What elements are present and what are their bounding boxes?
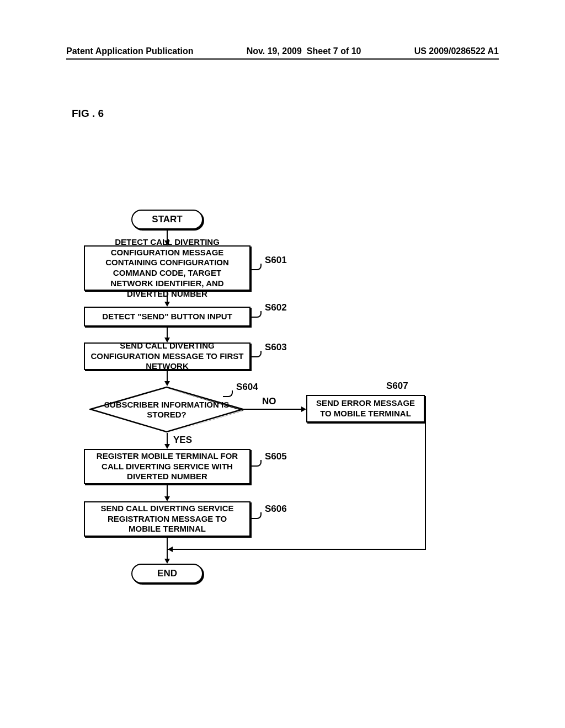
label-s605: S605	[265, 451, 287, 462]
arrow	[425, 424, 426, 549]
arrow-head-icon	[164, 381, 170, 386]
s604-text: SUBSCRIBER INFORMATION IS STORED?	[89, 400, 244, 420]
page-header: Patent Application Publication Nov. 19, …	[66, 46, 499, 60]
connector-tick	[252, 351, 262, 357]
label-s604: S604	[236, 382, 258, 393]
arrow	[167, 292, 168, 303]
start-text: START	[152, 214, 182, 225]
label-s606: S606	[265, 504, 287, 515]
arrow	[167, 549, 426, 550]
connector-tick	[252, 460, 262, 467]
s606-text: SEND CALL DIVERTING SERVICE REGISTRATION…	[90, 504, 244, 534]
label-s603: S603	[265, 342, 287, 353]
start-terminator: START	[131, 210, 203, 229]
arrow-head-icon	[168, 547, 173, 552]
arrow-head-icon	[164, 302, 170, 307]
arrow	[167, 433, 168, 445]
s607-text: SEND ERROR MESSAGE TO MOBILE TERMINAL	[313, 398, 418, 419]
s603-text: SEND CALL DIVERTING CONFIGURATION MESSAG…	[90, 341, 244, 372]
s601-text: DETECT CALL DIVERTING CONFIGURATION MESS…	[90, 237, 244, 299]
decision-s604: SUBSCRIBER INFORMATION IS STORED?	[89, 386, 244, 433]
step-s601: DETECT CALL DIVERTING CONFIGURATION MESS…	[84, 245, 250, 291]
step-s607: SEND ERROR MESSAGE TO MOBILE TERMINAL	[306, 395, 425, 422]
arrow-head-icon	[301, 406, 306, 412]
label-no: NO	[262, 396, 276, 407]
arrow	[167, 371, 168, 382]
s602-text: DETECT "SEND" BUTTON INPUT	[102, 312, 232, 322]
step-s606: SEND CALL DIVERTING SERVICE REGISTRATION…	[84, 501, 250, 537]
arrow	[167, 328, 168, 339]
header-date: Nov. 19, 2009	[247, 46, 302, 56]
label-s601: S601	[265, 255, 287, 266]
arrow-head-icon	[164, 559, 170, 564]
label-s602: S602	[265, 302, 287, 313]
arrow-head-icon	[164, 496, 170, 501]
s605-text: REGISTER MOBILE TERMINAL FOR CALL DIVERT…	[90, 451, 244, 482]
arrow	[167, 538, 168, 560]
connector-tick	[252, 512, 262, 519]
connector-tick	[252, 311, 262, 318]
step-s603: SEND CALL DIVERTING CONFIGURATION MESSAG…	[84, 342, 250, 370]
header-sheet: Sheet 7 of 10	[307, 46, 361, 56]
arrow	[243, 409, 302, 410]
step-s602: DETECT "SEND" BUTTON INPUT	[84, 307, 250, 326]
end-terminator: END	[131, 564, 203, 584]
arrow	[167, 485, 168, 497]
connector-tick	[252, 264, 262, 270]
figure-label: FIG . 6	[72, 108, 104, 120]
step-s605: REGISTER MOBILE TERMINAL FOR CALL DIVERT…	[84, 449, 250, 484]
arrow-head-icon	[164, 444, 170, 449]
end-text: END	[157, 568, 177, 579]
label-yes: YES	[173, 435, 192, 446]
label-s607: S607	[386, 381, 408, 392]
header-pubno: US 2009/0286522 A1	[414, 46, 499, 56]
header-left: Patent Application Publication	[66, 46, 194, 56]
